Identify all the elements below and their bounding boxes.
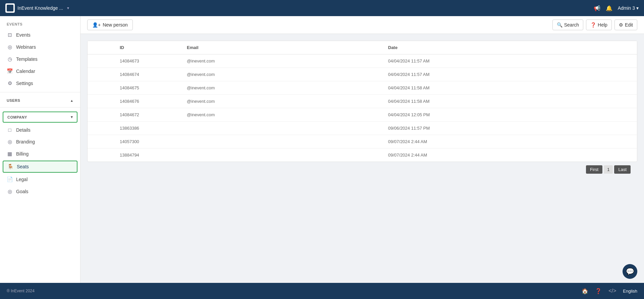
new-person-icon: 👤+ <box>92 22 101 28</box>
users-chevron-icon: ▲ <box>70 99 73 102</box>
row-email: @inevent.com <box>187 85 388 90</box>
row-email: @inevent.com <box>187 72 388 77</box>
pagination-bar: First 1 Last <box>87 162 637 177</box>
sidebar-item-calendar[interactable]: 📅 Calendar <box>0 65 80 77</box>
company-group[interactable]: COMPANY ▾ <box>3 112 77 123</box>
table-row[interactable]: 14084675 @inevent.com 04/04/2024 11:58 A… <box>88 81 637 95</box>
row-id: 14084675 <box>120 85 187 90</box>
sidebar-item-events[interactable]: ⊡ Events <box>0 29 80 41</box>
company-label: COMPANY <box>7 115 27 119</box>
code-icon[interactable]: </> <box>608 288 616 294</box>
new-person-label: New person <box>103 22 128 28</box>
row-date: 09/07/2024 2:44 AM <box>388 139 632 144</box>
toolbar: 👤+ New person 🔍 Search ❓ Help ⚙ Edit <box>80 16 644 34</box>
last-page-button[interactable]: Last <box>614 165 631 174</box>
search-icon: 🔍 <box>557 22 562 28</box>
row-date: 04/04/2024 11:57 AM <box>388 58 632 63</box>
help-icon: ❓ <box>590 22 596 28</box>
sidebar-item-settings[interactable]: ⚙ Settings <box>0 77 80 89</box>
row-id: 14057300 <box>120 139 187 144</box>
row-date: 09/07/2024 2:44 AM <box>388 153 632 158</box>
sidebar-divider-1 <box>0 92 80 92</box>
table-row[interactable]: 14084672 @inevent.com 04/04/2024 12:05 P… <box>88 108 637 122</box>
company-chevron-icon: ▾ <box>71 115 73 119</box>
table-header: ID Email Date <box>88 41 637 54</box>
notifications-icon[interactable]: 📢 <box>594 5 600 11</box>
chat-bubble[interactable]: 💬 <box>623 264 637 279</box>
sidebar-item-billing[interactable]: ▦ Billing <box>0 148 80 160</box>
row-id: 14084673 <box>120 58 187 63</box>
new-person-button[interactable]: 👤+ New person <box>87 19 133 30</box>
row-date: 04/04/2024 11:58 AM <box>388 99 632 104</box>
sidebar-item-goals[interactable]: ◎ Goals <box>0 185 80 198</box>
home-icon[interactable]: 🏠 <box>582 288 588 294</box>
row-email: @inevent.com <box>187 58 388 63</box>
table-row[interactable]: 13884794 09/07/2024 2:44 AM <box>88 148 637 162</box>
toolbar-right: 🔍 Search ❓ Help ⚙ Edit <box>552 19 637 30</box>
row-id: 14084676 <box>120 99 187 104</box>
question-icon[interactable]: ❓ <box>595 288 602 294</box>
page-number-button[interactable]: 1 <box>604 165 613 174</box>
bell-icon[interactable]: 🔔 <box>606 5 612 11</box>
sidebar-divider-2 <box>0 107 80 108</box>
templates-icon: ◷ <box>7 56 13 62</box>
app-logo-inner <box>7 5 13 11</box>
edit-icon: ⚙ <box>619 22 623 28</box>
webinars-icon: ◎ <box>7 44 13 50</box>
sidebar-calendar-label: Calendar <box>16 69 35 74</box>
app-title-chevron[interactable]: ▾ <box>67 6 69 10</box>
row-date: 09/06/2024 11:57 PM <box>388 126 632 131</box>
sidebar-item-seats[interactable]: 🪑 Seats <box>3 161 77 173</box>
row-date: 04/04/2024 11:58 AM <box>388 85 632 90</box>
sidebar-events-label: Events <box>16 32 31 38</box>
col-header-date: Date <box>388 45 632 50</box>
header-right: 📢 🔔 Admin 3 ▾ <box>594 5 639 11</box>
sidebar-item-webinars[interactable]: ◎ Webinars <box>0 41 80 53</box>
table-row[interactable]: 14084676 @inevent.com 04/04/2024 11:58 A… <box>88 95 637 108</box>
row-email: @inevent.com <box>187 99 388 104</box>
sidebar-item-details[interactable]: □ Details <box>0 124 80 136</box>
sidebar-details-label: Details <box>16 127 31 133</box>
table-row[interactable]: 14057300 09/07/2024 2:44 AM <box>88 135 637 148</box>
billing-icon: ▦ <box>7 151 13 157</box>
sidebar-webinars-label: Webinars <box>16 44 36 50</box>
sidebar-templates-label: Templates <box>16 56 38 62</box>
sidebar-item-branding[interactable]: ◎ Branding <box>0 136 80 148</box>
users-section-label: USERS <box>7 98 20 102</box>
row-id: 13884794 <box>120 153 187 158</box>
calendar-icon: 📅 <box>7 68 13 74</box>
sidebar-item-templates[interactable]: ◷ Templates <box>0 53 80 65</box>
admin-chevron: ▾ <box>636 5 639 11</box>
sidebar-item-legal[interactable]: 📄 Legal <box>0 173 80 185</box>
goals-icon: ◎ <box>7 188 13 195</box>
row-email: @inevent.com <box>187 112 388 117</box>
table-container: ID Email Date 14084673 @inevent.com 04/0… <box>80 34 644 283</box>
footer: ® InEvent 2024 🏠 ❓ </> English <box>0 283 644 299</box>
seats-icon: 🪑 <box>7 164 13 170</box>
row-id: 13863386 <box>120 126 187 131</box>
table-row[interactable]: 14084674 @inevent.com 04/04/2024 11:57 A… <box>88 68 637 81</box>
events-section-label: EVENTS <box>0 16 80 29</box>
help-label: Help <box>598 22 607 28</box>
branding-icon: ◎ <box>7 139 13 145</box>
app-logo <box>5 3 15 13</box>
sidebar-goals-label: Goals <box>16 189 29 194</box>
content-area: 👤+ New person 🔍 Search ❓ Help ⚙ Edit <box>80 16 644 283</box>
table-row[interactable]: 14084673 @inevent.com 04/04/2024 11:57 A… <box>88 54 637 68</box>
language-selector[interactable]: English <box>623 289 637 294</box>
sidebar-legal-label: Legal <box>16 177 28 182</box>
edit-button[interactable]: ⚙ Edit <box>614 19 637 30</box>
admin-menu[interactable]: Admin 3 ▾ <box>618 5 639 11</box>
row-id: 14084672 <box>120 112 187 117</box>
help-button[interactable]: ❓ Help <box>586 19 612 30</box>
first-page-button[interactable]: First <box>586 165 602 174</box>
col-header-id: ID <box>120 45 187 50</box>
table-row[interactable]: 13863386 09/06/2024 11:57 PM <box>88 122 637 135</box>
header-left: InEvent Knowledge ... ▾ <box>5 3 69 13</box>
toolbar-left: 👤+ New person <box>87 19 133 30</box>
users-section[interactable]: USERS ▲ <box>0 95 80 104</box>
row-id: 14084674 <box>120 72 187 77</box>
sidebar: EVENTS ⊡ Events ◎ Webinars ◷ Templates 📅… <box>0 16 80 283</box>
data-table: ID Email Date 14084673 @inevent.com 04/0… <box>87 41 637 162</box>
search-button[interactable]: 🔍 Search <box>552 19 583 30</box>
